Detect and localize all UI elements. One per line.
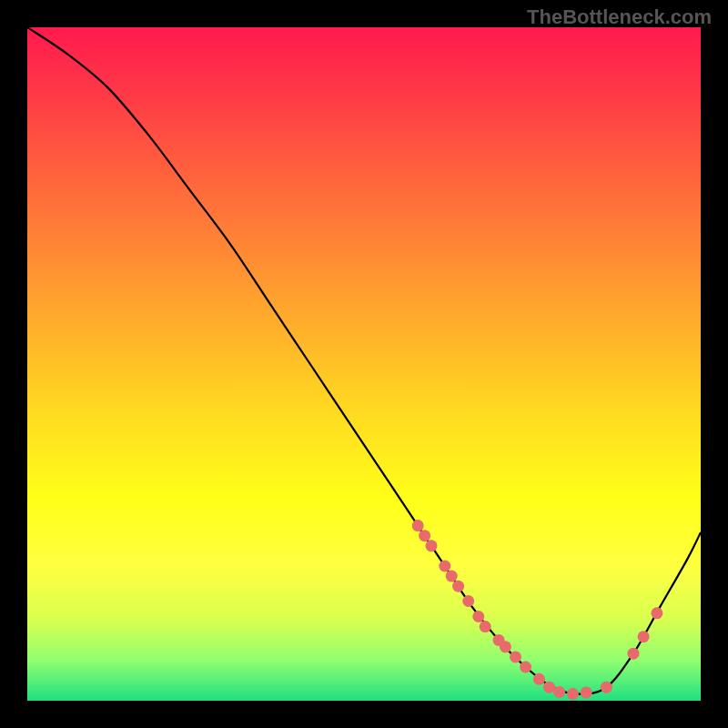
marker-dot bbox=[651, 607, 662, 619]
marker-dot bbox=[480, 621, 491, 632]
marker-dot bbox=[581, 687, 592, 699]
marker-dot bbox=[628, 648, 640, 660]
marker-dot bbox=[638, 631, 650, 642]
marker-dot bbox=[567, 688, 579, 700]
marker-dot bbox=[419, 530, 430, 541]
plot-area bbox=[27, 27, 701, 701]
marker-dot bbox=[412, 520, 424, 531]
marker-dot bbox=[472, 611, 484, 622]
marker-dot bbox=[520, 662, 531, 673]
chart-svg bbox=[27, 27, 701, 701]
marker-dot bbox=[510, 651, 521, 662]
marker-dot bbox=[439, 561, 450, 572]
marker-dot bbox=[533, 673, 545, 685]
marker-dot bbox=[446, 571, 458, 582]
watermark-text: TheBottleneck.com bbox=[527, 5, 712, 29]
bottleneck-curve bbox=[27, 27, 701, 694]
marker-dot bbox=[462, 595, 474, 607]
marker-dot bbox=[543, 682, 555, 693]
marker-dot bbox=[601, 682, 612, 693]
marker-dot bbox=[426, 540, 438, 551]
marker-dot bbox=[452, 581, 464, 592]
marker-group bbox=[412, 520, 663, 700]
marker-dot bbox=[553, 686, 565, 698]
marker-dot bbox=[500, 641, 511, 652]
